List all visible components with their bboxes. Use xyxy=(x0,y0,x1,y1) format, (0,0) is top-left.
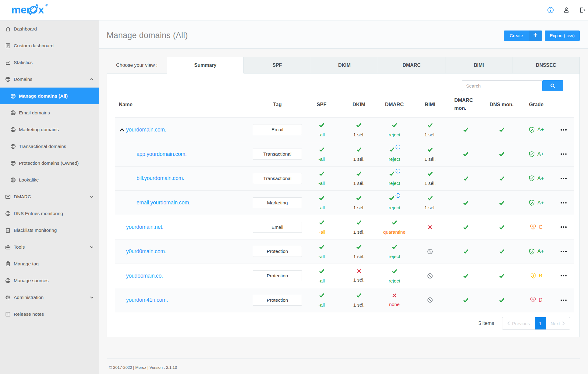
info-icon[interactable] xyxy=(547,7,554,13)
info-icon[interactable] xyxy=(395,169,400,174)
dns-mon-status xyxy=(484,175,519,182)
domain-link[interactable]: bill.yourdomain.com. xyxy=(136,175,184,182)
spf-status: ~all xyxy=(302,219,341,235)
table-row: app.yourdomain.com. Transactional -all 1… xyxy=(115,142,574,167)
col-header-spf: SPF xyxy=(302,102,341,107)
row-actions-button[interactable] xyxy=(553,226,574,228)
sidebar-item-dashboard[interactable]: Dashboard xyxy=(0,20,99,37)
broken-heart-icon xyxy=(530,273,537,279)
row-actions-button[interactable] xyxy=(553,275,574,277)
user-icon[interactable] xyxy=(563,7,570,13)
sidebar-item-label: Domains xyxy=(14,77,32,82)
row-actions-button[interactable] xyxy=(553,129,574,131)
sidebar-item-manage-tag[interactable]: Manage tag xyxy=(0,255,99,272)
sidebar-item-statistics[interactable]: Statistics xyxy=(0,54,99,71)
tab-dnssec[interactable]: DNSSEC xyxy=(512,57,580,74)
broken-heart-icon xyxy=(530,224,536,230)
tab-bimi[interactable]: BIMI xyxy=(445,57,513,74)
search-input[interactable] xyxy=(462,80,542,91)
svg-text:®: ® xyxy=(45,3,48,7)
sidebar-item-tools[interactable]: Tools xyxy=(0,239,99,255)
spf-status: -all xyxy=(302,244,341,259)
gear-icon xyxy=(5,294,11,300)
tag-badge: Email xyxy=(253,222,302,233)
next-page-button[interactable]: Next xyxy=(546,317,570,329)
name-cell: yourdomain.net. xyxy=(115,224,253,230)
previous-page-button[interactable]: Previous xyxy=(502,317,535,329)
domain-link[interactable]: yourdomain.net. xyxy=(126,224,164,230)
search-button[interactable] xyxy=(542,80,563,91)
export-csv-button[interactable]: Export (.csv) xyxy=(545,31,580,41)
sidebar: Dashboard Custom dashboard Statistics Do… xyxy=(0,20,99,374)
tag-badge: Transactional xyxy=(253,149,302,160)
domain-link[interactable]: y0urd0main.com. xyxy=(126,248,166,255)
spf-status: -all xyxy=(302,195,341,210)
tab-dmarc[interactable]: DMARC xyxy=(378,57,445,74)
sidebar-item-lookalike[interactable]: Lookalike xyxy=(0,171,99,188)
globe-icon xyxy=(5,278,11,284)
page-1-button[interactable]: 1 xyxy=(535,317,546,329)
sidebar-item-label: Manage tag xyxy=(14,261,39,267)
dmarc-mon-status xyxy=(448,151,484,157)
shield-check-icon xyxy=(529,127,535,133)
sidebar-item-manage-sources[interactable]: Manage sources xyxy=(0,272,99,289)
sidebar-item-dns-entries-monitoring[interactable]: DNS Entries monitoring xyxy=(0,205,99,222)
tab-dkim[interactable]: DKIM xyxy=(311,57,378,74)
row-actions-button[interactable] xyxy=(553,300,574,301)
sidebar-item-manage-domains-all[interactable]: Manage domains (All) xyxy=(0,88,99,104)
table-body: yourdomain.com. Email -all 1 sél. reject… xyxy=(115,118,574,312)
domain-link[interactable]: yourdom41n.com. xyxy=(126,297,168,303)
dmarc-mon-status xyxy=(448,297,484,303)
dns-mon-status xyxy=(484,297,519,303)
dmarc-status: quarantine xyxy=(377,219,412,235)
spf-status: -all xyxy=(302,292,341,308)
domain-link[interactable]: youdoomain.co. xyxy=(126,273,163,279)
shield-check-icon xyxy=(529,248,535,255)
clipboard-icon xyxy=(5,227,11,233)
domain-link[interactable]: app.yourdomain.com. xyxy=(136,151,186,157)
info-icon[interactable] xyxy=(395,193,400,198)
sidebar-item-release-notes[interactable]: Release notes xyxy=(0,306,99,322)
row-actions-button[interactable] xyxy=(553,153,574,155)
toolbox-icon xyxy=(5,244,11,250)
tab-spf[interactable]: SPF xyxy=(244,57,311,74)
sidebar-item-domains[interactable]: Domains xyxy=(0,71,99,88)
globe-icon xyxy=(10,177,16,183)
tab-summary[interactable]: Summary xyxy=(167,57,244,74)
globe-icon xyxy=(10,143,16,149)
col-header-dkim: DKIM xyxy=(341,102,377,107)
sidebar-item-administration[interactable]: Administration xyxy=(0,289,99,306)
dkim-status: 1 sél. xyxy=(341,269,377,283)
globe-icon xyxy=(10,127,16,133)
domain-link[interactable]: email.yourdomain.com. xyxy=(136,200,190,206)
sidebar-item-email-domains[interactable]: Email domains xyxy=(0,104,99,121)
info-icon[interactable] xyxy=(395,145,400,149)
table-row: youdoomain.co. Protection -all 1 sél. re… xyxy=(115,264,574,288)
dns-mon-status xyxy=(484,224,519,230)
sidebar-item-protection-domains-owned[interactable]: Protection domains (Owned) xyxy=(0,155,99,171)
row-actions-button[interactable] xyxy=(553,178,574,179)
collapse-icon[interactable] xyxy=(119,127,125,133)
dmarc-mon-status xyxy=(448,248,484,254)
dkim-status: 1 sél. xyxy=(341,292,377,308)
logout-icon[interactable] xyxy=(579,7,586,13)
sidebar-item-label: Dashboard xyxy=(14,26,37,32)
dmarc-mon-status xyxy=(448,273,484,279)
table-row: bill.yourdomain.com. Transactional -all … xyxy=(115,167,574,191)
tag-badge: Transactional xyxy=(253,173,302,184)
bimi-status: 1 sél. xyxy=(412,146,448,162)
chevron-down-icon xyxy=(89,245,94,250)
stats-icon xyxy=(5,59,11,66)
sidebar-item-custom-dashboard[interactable]: Custom dashboard xyxy=(0,37,99,54)
domain-link[interactable]: yourdomain.com. xyxy=(126,127,166,133)
row-actions-button[interactable] xyxy=(553,202,574,204)
create-button[interactable]: Create + xyxy=(504,31,542,41)
sidebar-item-dmarc[interactable]: DMARC xyxy=(0,188,99,205)
sidebar-item-marketing-domains[interactable]: Marketing domains xyxy=(0,121,99,138)
sidebar-item-blacklists-monitoring[interactable]: Blacklists monitoring xyxy=(0,222,99,239)
table-row: yourdomain.com. Email -all 1 sél. reject… xyxy=(115,118,574,142)
sidebar-item-transactional-domains[interactable]: Transactional domains xyxy=(0,138,99,155)
bimi-status: 1 sél. xyxy=(412,195,448,210)
row-actions-button[interactable] xyxy=(553,251,574,252)
bimi-status: 1 sél. xyxy=(412,122,448,138)
